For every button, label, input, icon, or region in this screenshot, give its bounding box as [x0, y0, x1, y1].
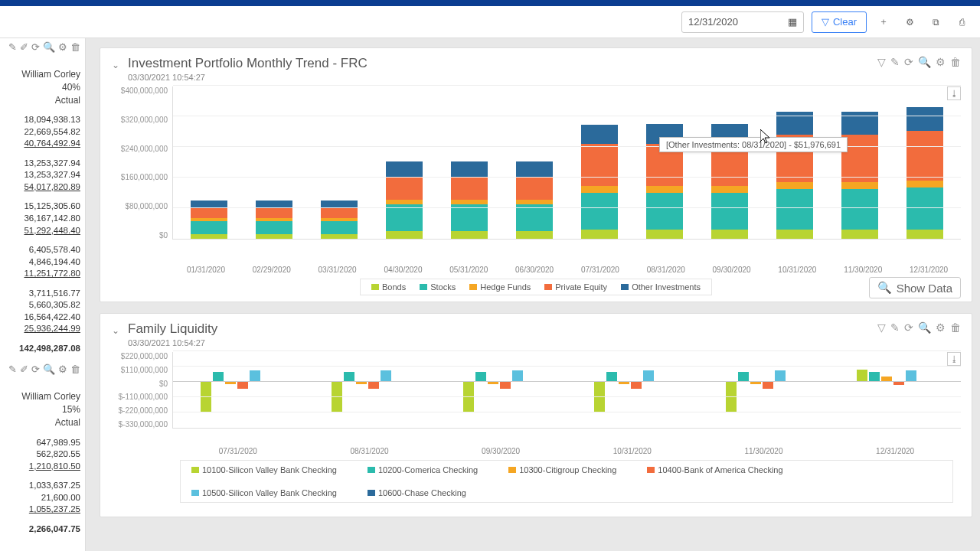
collapse-icon[interactable]: ⌄ [108, 57, 123, 73]
plot-area[interactable] [172, 86, 961, 240]
calendar-icon: ▦ [788, 16, 797, 28]
bar-column[interactable] [906, 107, 943, 240]
legend-item[interactable]: 10500-Silicon Valley Bank Checking [191, 488, 337, 497]
edit-icon[interactable]: ✎ [890, 321, 900, 334]
edit-icon[interactable]: ✐ [20, 364, 28, 375]
card-title: Family Liquidity [128, 321, 217, 337]
bar-column[interactable] [516, 161, 553, 239]
owner-pct: 15% [5, 403, 80, 416]
gear-icon[interactable]: ⚙ [900, 13, 919, 31]
gear-icon[interactable]: ⚙ [58, 364, 67, 375]
legend-item[interactable]: 10200-Comerica Checking [368, 465, 478, 474]
legend-item[interactable]: 10400-Bank of America Checking [647, 465, 782, 474]
bar-column[interactable] [256, 201, 292, 239]
bar-column[interactable] [841, 112, 878, 240]
side-tools-1: ✎ ✐ ⟳ 🔍 ⚙ 🗑 [5, 41, 80, 53]
card-tools: ▽ ✎ ⟳ 🔍 ⚙ 🗑 [877, 56, 961, 68]
funnel-icon: ▽ [822, 16, 829, 28]
legend-item[interactable]: Other Investments [621, 282, 701, 292]
clear-button[interactable]: ▽ Clear [812, 11, 867, 33]
chart-liquidity: $220,000,000$110,000,000$0$-110,000,000$… [111, 352, 961, 444]
card-timestamp: 03/30/2021 10:54:27 [128, 73, 368, 82]
y-axis: $400,000,000$320,000,000$240,000,000$160… [111, 86, 172, 240]
show-data-button[interactable]: 🔍 Show Data [869, 277, 961, 298]
magnifier-icon: 🔍 [877, 281, 892, 295]
owner-mode: Actual [5, 416, 80, 429]
legend-item[interactable]: 10100-Silicon Valley Bank Checking [191, 465, 337, 474]
date-value: 12/31/2020 [688, 16, 738, 28]
bar-column[interactable] [581, 125, 618, 239]
trash-icon[interactable]: 🗑 [950, 56, 961, 68]
bar-column[interactable] [191, 201, 227, 239]
bar-group[interactable] [857, 352, 933, 428]
bar-column[interactable] [321, 201, 358, 239]
legend-item[interactable]: Hedge Funds [469, 282, 531, 292]
legend-item[interactable]: Stocks [420, 282, 456, 292]
bar-group[interactable] [726, 352, 802, 428]
print-icon[interactable]: ⎙ [952, 13, 971, 31]
owner-mode: Actual [5, 94, 80, 107]
legend-item[interactable]: Bonds [371, 282, 406, 292]
mouse-cursor-icon [760, 129, 773, 145]
trash-icon[interactable]: 🗑 [950, 321, 961, 334]
side-tools-2: ✎ ✐ ⟳ 🔍 ⚙ 🗑 [5, 364, 80, 375]
side-values-2: 647,989.95562,820.551,210,810.501,033,63… [5, 437, 80, 536]
chart-portfolio: $400,000,000$320,000,000$240,000,000$160… [111, 86, 961, 262]
x-axis: 01/31/202002/29/202003/31/202004/30/2020… [111, 262, 961, 274]
legend-item[interactable]: Private Equity [544, 282, 607, 292]
funnel-icon[interactable]: ▽ [877, 321, 886, 334]
bar-column[interactable] [386, 161, 423, 239]
bar-group[interactable] [594, 352, 671, 428]
owner-name: William Corley [5, 68, 80, 81]
gear-icon[interactable]: ⚙ [58, 41, 67, 53]
left-sidebar: ✎ ✐ ⟳ 🔍 ⚙ 🗑 William Corley 40% Actual 18… [0, 38, 86, 551]
edit-icon[interactable]: ✎ [890, 56, 900, 68]
card-title: Investment Portfolio Monthly Trend - FRC [128, 56, 368, 71]
show-data-label: Show Data [897, 282, 952, 295]
bar-column[interactable] [776, 112, 813, 240]
funnel-icon[interactable]: ▽ [877, 56, 886, 68]
add-icon[interactable]: ＋ [874, 13, 893, 31]
legend-item[interactable]: 10600-Chase Checking [368, 488, 466, 497]
filter-icon[interactable]: ✎ [8, 364, 17, 375]
side-owner-1: William Corley 40% Actual [5, 68, 80, 106]
refresh-icon[interactable]: ⟳ [904, 56, 913, 68]
bar-group[interactable] [463, 352, 540, 428]
owner-name: William Corley [5, 390, 80, 403]
search-icon[interactable]: 🔍 [43, 364, 55, 375]
collapse-icon[interactable]: ⌄ [108, 323, 123, 338]
refresh-icon[interactable]: ⟳ [31, 364, 40, 375]
bar-group[interactable] [201, 352, 277, 428]
refresh-icon[interactable]: ⟳ [904, 321, 913, 334]
legend: BondsStocksHedge FundsPrivate EquityOthe… [360, 279, 712, 295]
side-owner-2: William Corley 15% Actual [5, 390, 80, 429]
edit-icon[interactable]: ✐ [20, 41, 28, 53]
copy-icon[interactable]: ⧉ [926, 13, 945, 31]
legend-item[interactable]: 10300-Citigroup Checking [508, 465, 616, 474]
owner-pct: 40% [5, 81, 80, 94]
clear-label: Clear [833, 16, 857, 28]
gear-icon[interactable]: ⚙ [936, 56, 946, 68]
plot-area[interactable] [172, 352, 961, 429]
x-axis: 07/31/202008/31/202009/30/202010/31/2020… [111, 444, 961, 455]
filter-icon[interactable]: ✎ [8, 41, 17, 53]
side-values-1: 18,094,938.1322,669,554.8240,764,492.941… [5, 114, 80, 354]
search-icon[interactable]: 🔍 [918, 321, 931, 334]
search-icon[interactable]: 🔍 [918, 56, 931, 68]
bar-group[interactable] [332, 352, 408, 428]
bar-column[interactable] [451, 161, 488, 239]
card-family-liquidity: ⌄ Family Liquidity 03/30/2021 10:54:27 ▽… [100, 313, 972, 517]
chart-tooltip: [Other Investments: 08/31/2020] - $51,97… [659, 137, 848, 152]
trash-icon[interactable]: 🗑 [70, 41, 80, 53]
date-filter-input[interactable]: 12/31/2020 ▦ [681, 11, 804, 33]
card-timestamp: 03/30/2021 10:54:27 [128, 338, 217, 347]
legend: 10100-Silicon Valley Bank Checking10200-… [180, 460, 953, 503]
card-tools: ▽ ✎ ⟳ 🔍 ⚙ 🗑 [877, 321, 961, 334]
card-portfolio-trend: ⌄ Investment Portfolio Monthly Trend - F… [100, 47, 972, 302]
refresh-icon[interactable]: ⟳ [31, 41, 40, 53]
y-axis: $220,000,000$110,000,000$0$-110,000,000$… [111, 352, 172, 429]
search-icon[interactable]: 🔍 [43, 41, 55, 53]
app-header-stripe [0, 0, 980, 6]
trash-icon[interactable]: 🗑 [70, 364, 80, 375]
gear-icon[interactable]: ⚙ [936, 321, 946, 334]
